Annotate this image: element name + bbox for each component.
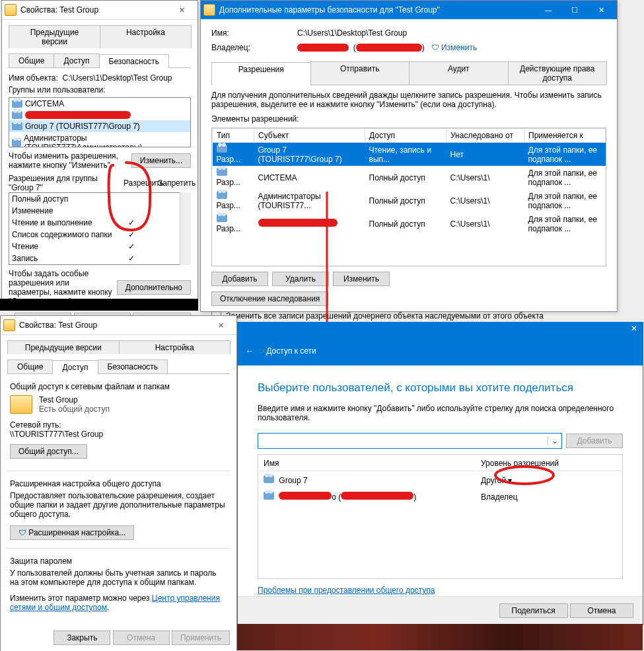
object-name-label: Имя объекта: [9,73,58,83]
scrollbar[interactable] [180,192,191,265]
share-button[interactable]: Поделиться [499,603,568,618]
netpath-label: Сетевой путь: [10,420,227,430]
permission-level-dropdown[interactable]: Другой ▾ [477,473,621,488]
tabstrip-upper: Предыдущие версии Настройка [9,25,191,48]
table-row[interactable]: Разр... СИСТЕМАПолный доступC:\Users\1\Д… [213,166,606,189]
share-button[interactable]: Общий доступ... [10,444,87,459]
tab-security[interactable]: Безопасность [98,360,168,373]
folder-icon [3,319,15,331]
col-subject[interactable]: Субъект [254,129,365,143]
tab-customize[interactable]: Настройка [119,340,231,354]
properties-security-window: Свойства: Test Group ✕ Предыдущие версии… [1,0,198,299]
close-icon[interactable]: ✕ [588,1,614,19]
table-row[interactable]: o () Владелец [260,489,621,504]
table-row[interactable]: Разр... Администраторы (TOURIST77...Полн… [213,189,606,212]
remove-button[interactable]: Удалить [272,272,329,286]
user-input[interactable] [258,436,548,445]
col-level[interactable]: Уровень разрешений [477,456,621,471]
minimize-icon[interactable]: — [535,1,561,19]
maximize-icon[interactable]: ☐ [561,1,588,19]
col-name[interactable]: Имя [260,456,476,471]
folder-icon [5,4,17,16]
tab-general[interactable]: Общие [7,360,53,373]
advanced-share-button[interactable]: 🛡 Расширенная настройка... [10,525,134,540]
titlebar[interactable]: Свойства: Test Group ✕ [1,316,236,335]
taskbar-fragment [0,299,198,311]
tab-audit[interactable]: Аудит [409,61,509,85]
redacted-subject [258,219,338,227]
group-icon [12,139,21,147]
user-combo[interactable]: ⌄ [258,433,562,449]
close-button[interactable]: Закрыть [54,631,110,645]
user-icon [264,492,274,500]
tabstrip: Разрешения Отправить Аудит Действующие п… [211,61,606,85]
tab-security[interactable]: Безопасность [99,54,170,68]
redacted [279,492,332,500]
col-access[interactable]: Доступ [365,129,447,143]
advanced-button[interactable]: Дополнительно [117,280,191,295]
hint-text: Для получения дополнительных сведений дв… [211,91,606,109]
group-icon [12,122,22,130]
redacted-owner [297,44,349,52]
tab-share[interactable]: Отправить [310,61,410,85]
groups-listbox[interactable]: СИСТЕМА Group 7 (TOURIST777\Group 7) Адм… [9,97,191,147]
perm-row: Запись✓ [9,252,180,264]
permissions-list[interactable]: Полный доступ Изменение Чтение и выполне… [9,192,180,265]
close-icon[interactable]: ✕ [168,1,195,19]
list-item[interactable]: Group 7 (TOURIST777\Group 7) [25,122,140,131]
titlebar[interactable]: ✕ [238,323,643,336]
table-row[interactable]: Group 7 Другой ▾ [260,473,621,488]
desktop-background [237,624,643,650]
titlebar[interactable]: Свойства: Test Group ✕ [2,1,197,20]
page-title: Выберите пользователей, с которыми вы хо… [258,381,623,395]
name-label: Имя: [211,28,297,38]
titlebar[interactable]: Дополнительные параметры безопасности дл… [201,1,617,19]
change-owner-link[interactable]: Изменить [441,43,477,52]
section-label: Общий доступ к сетевым файлам и папкам [10,382,227,391]
back-icon[interactable]: ← [246,346,254,356]
share-users-table[interactable]: Имя Уровень разрешений Group 7 Другой ▾ … [258,454,623,579]
add-button[interactable]: Добавить [566,434,623,448]
tab-customize[interactable]: Настройка [100,25,192,48]
folder-name: Test Group [39,395,110,404]
table-row[interactable]: Разр... Group 7 (TOURIST777\Group 7)Чтен… [213,143,606,167]
cancel-button[interactable]: Отмена [570,603,633,618]
tab-general[interactable]: Общие [9,54,54,67]
window-title: Дополнительные параметры безопасности дл… [219,5,440,15]
add-button[interactable]: Добавить [211,272,268,286]
perm-row: Чтение и выполнение✓ [9,217,180,229]
perm-row: Полный доступ [9,193,180,205]
list-item[interactable]: СИСТЕМА [25,99,64,108]
wizard-header: ← Доступ к сети [238,336,643,365]
col-inherited[interactable]: Унаследовано от [447,129,524,143]
apply-button[interactable]: Применить [172,631,230,645]
tab-sharing[interactable]: Доступ [54,54,99,67]
col-applies[interactable]: Применяется к [524,129,606,143]
group-icon [12,100,22,108]
col-allow: Разрешить [124,178,158,188]
close-icon[interactable]: ✕ [631,324,637,333]
group-icon [217,168,227,176]
object-path: C:\Users\1\Desktop\Test Group [62,73,172,83]
permissions-table[interactable]: Тип Субъект Доступ Унаследовано от Приме… [212,128,606,266]
user-icon [217,214,227,222]
disable-inheritance-button[interactable]: Отключение наследования [211,291,328,306]
close-icon[interactable]: ✕ [207,316,234,334]
tab-effective[interactable]: Действующие права доступа [508,61,608,85]
troubleshoot-link[interactable]: Проблемы при предоставлении общего досту… [258,586,435,595]
tab-permissions[interactable]: Разрешения [211,62,311,85]
tab-prev-versions[interactable]: Предыдущие версии [9,25,100,48]
tab-sharing[interactable]: Доступ [52,360,98,374]
adv-text: Предоставляет пользовательские разрешени… [10,491,227,519]
list-item[interactable]: Администраторы (TOURIST777\Администратор… [24,134,188,147]
table-row[interactable]: Разр... Полный доступC:\Users\1\Для этой… [213,212,606,235]
tab-prev-versions[interactable]: Предыдущие версии [7,340,120,354]
edit-button[interactable]: Изменить... [131,153,191,168]
shared-status: Есть общий доступ [39,404,110,414]
section-label: Расширенная настройка общего доступа [10,479,227,488]
chevron-down-icon[interactable]: ⌄ [548,436,561,445]
edit-button[interactable]: Изменить [333,272,390,286]
cancel-button[interactable]: Отмена [113,631,170,645]
network-access-window: ✕ ← Доступ к сети Выберите пользователей… [237,322,643,625]
col-type[interactable]: Тип [213,129,254,143]
